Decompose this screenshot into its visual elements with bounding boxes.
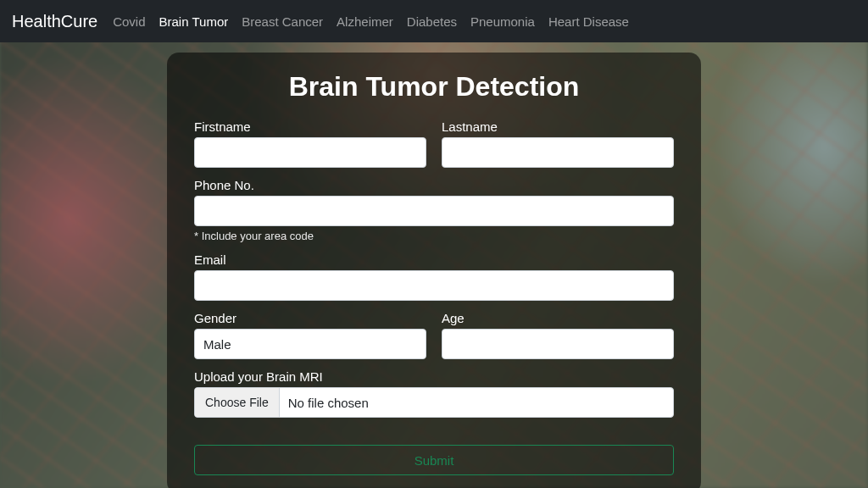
phone-label: Phone No. bbox=[194, 178, 674, 192]
nav-item-breast-cancer[interactable]: Breast Cancer bbox=[242, 14, 323, 29]
gender-label: Gender bbox=[194, 311, 426, 325]
nav-item-covid[interactable]: Covid bbox=[113, 14, 145, 29]
gender-select[interactable]: Male bbox=[194, 329, 426, 359]
age-input[interactable] bbox=[442, 329, 674, 359]
file-status-text: No file chosen bbox=[280, 396, 369, 410]
navbar: HealthCure Covid Brain Tumor Breast Canc… bbox=[0, 0, 868, 42]
nav-item-brain-tumor[interactable]: Brain Tumor bbox=[159, 14, 229, 29]
page-title: Brain Tumor Detection bbox=[194, 71, 674, 103]
email-label: Email bbox=[194, 252, 674, 267]
lastname-input[interactable] bbox=[442, 137, 674, 168]
nav-item-heart-disease[interactable]: Heart Disease bbox=[548, 14, 629, 29]
nav-item-diabetes[interactable]: Diabetes bbox=[407, 14, 457, 29]
phone-input[interactable] bbox=[194, 196, 674, 226]
upload-label: Upload your Brain MRI bbox=[194, 369, 674, 384]
age-label: Age bbox=[442, 311, 674, 325]
nav-item-alzheimer[interactable]: Alzheimer bbox=[337, 14, 393, 29]
firstname-input[interactable] bbox=[194, 137, 426, 168]
lastname-label: Lastname bbox=[442, 119, 674, 134]
firstname-label: Firstname bbox=[194, 119, 426, 134]
file-upload-group[interactable]: Choose File No file chosen bbox=[194, 387, 674, 418]
choose-file-button[interactable]: Choose File bbox=[195, 388, 280, 417]
phone-help-text: * Include your area code bbox=[194, 230, 674, 242]
submit-button[interactable]: Submit bbox=[194, 445, 674, 475]
detection-form-card: Brain Tumor Detection Firstname Lastname… bbox=[167, 53, 701, 488]
email-input[interactable] bbox=[194, 270, 674, 301]
nav-item-pneumonia[interactable]: Pneumonia bbox=[470, 14, 535, 29]
brand-logo[interactable]: HealthCure bbox=[12, 12, 97, 31]
